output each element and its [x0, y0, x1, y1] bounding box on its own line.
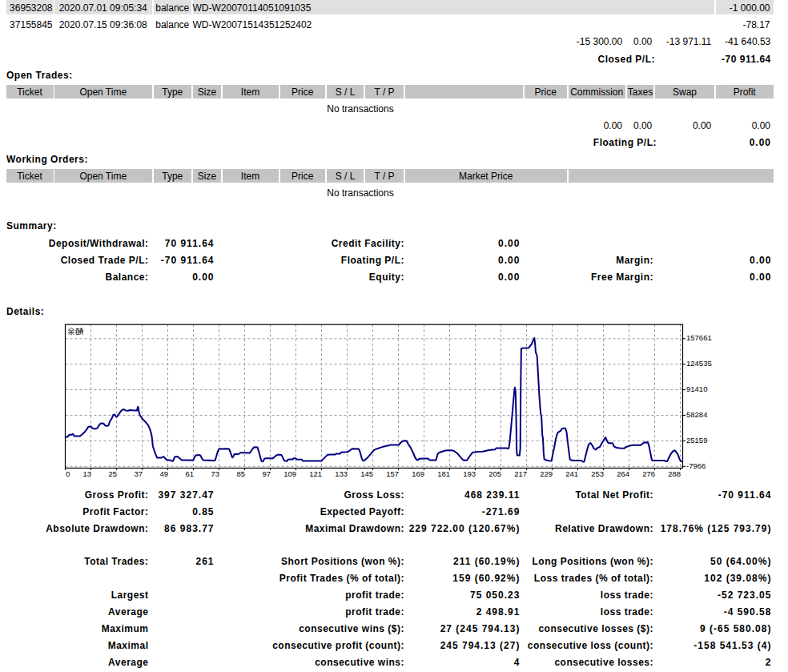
svg-text:109: 109	[283, 469, 296, 478]
svg-text:37: 37	[134, 469, 143, 478]
svg-text:97: 97	[262, 469, 271, 478]
svg-text:229: 229	[540, 469, 553, 478]
svg-text:25159: 25159	[686, 436, 707, 445]
svg-text:0: 0	[66, 469, 70, 478]
svg-text:157: 157	[386, 469, 399, 478]
svg-text:276: 276	[642, 469, 655, 478]
svg-text:49: 49	[159, 469, 168, 478]
svg-text:-7966: -7966	[686, 461, 706, 470]
svg-text:133: 133	[335, 469, 348, 478]
svg-text:145: 145	[360, 469, 373, 478]
svg-text:73: 73	[211, 469, 219, 478]
svg-text:121: 121	[309, 469, 322, 478]
svg-text:13: 13	[82, 469, 91, 478]
svg-text:253: 253	[591, 469, 604, 478]
svg-text:85: 85	[236, 469, 245, 478]
svg-text:181: 181	[437, 469, 450, 478]
svg-text:241: 241	[565, 469, 578, 478]
svg-text:61: 61	[185, 469, 194, 478]
svg-text:58284: 58284	[686, 410, 707, 419]
svg-text:264: 264	[617, 469, 629, 478]
svg-text:288: 288	[668, 469, 681, 478]
svg-text:217: 217	[514, 469, 527, 478]
svg-text:205: 205	[488, 469, 501, 478]
svg-text:91410: 91410	[686, 384, 707, 393]
svg-text:193: 193	[463, 469, 476, 478]
svg-text:124535: 124535	[686, 359, 712, 368]
svg-text:25: 25	[108, 469, 117, 478]
svg-text:169: 169	[412, 469, 424, 478]
svg-text:157661: 157661	[686, 333, 712, 342]
